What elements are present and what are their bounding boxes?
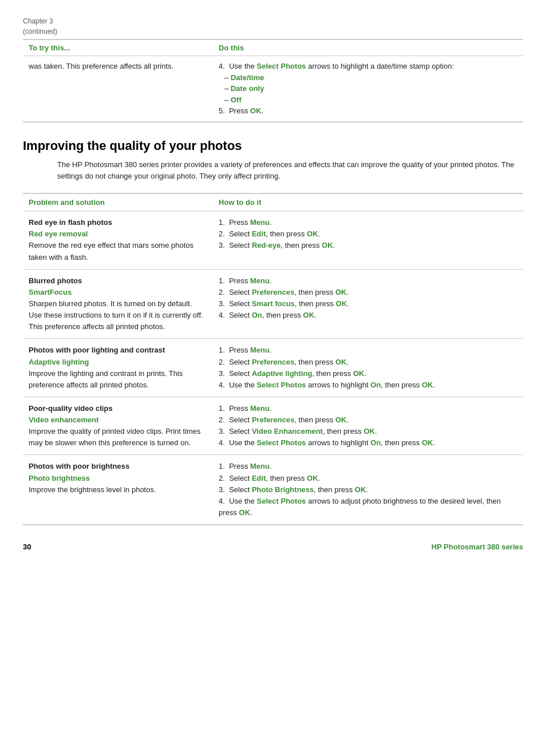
table-row: Blurred photos SmartFocus Sharpen blurre… (23, 269, 523, 339)
step-item: 3. Select Red-eye, then press OK. (219, 240, 517, 251)
problem-subtitle: Adaptive lighting (29, 357, 207, 368)
table-row: was taken. This preference affects all p… (23, 56, 523, 122)
datetime-option: Date/time (231, 73, 264, 82)
top-col2-header: Do this (213, 39, 523, 56)
problem-cell-redeye: Red eye in flash photos Red eye removal … (23, 211, 213, 270)
page-footer: 30 HP Photosmart 380 series (23, 543, 523, 551)
step-item: 2. Select Preferences, then press OK. (219, 414, 517, 426)
main-col1-header: Problem and solution (23, 193, 213, 211)
problem-desc: Improve the lighting and contrast in pri… (29, 368, 207, 391)
problem-title: Red eye in flash photos (29, 217, 207, 228)
ok-keyword: OK (250, 106, 262, 115)
problem-desc: Sharpen blurred photos. It is turned on … (29, 298, 207, 333)
problem-subtitle: SmartFocus (29, 287, 207, 298)
section-intro: The HP Photosmart 380 series printer pro… (23, 159, 523, 183)
table-row: Photos with poor lighting and contrast A… (23, 339, 523, 397)
list-item: Date only (224, 83, 517, 94)
main-table: Problem and solution How to do it Red ey… (23, 193, 523, 525)
main-col2-header: How to do it (213, 193, 523, 211)
continued-label: (continued) (23, 27, 523, 35)
step-item: 2. Select Preferences, then press OK. (219, 287, 517, 298)
problem-cell-video: Poor-quality video clips Video enhanceme… (23, 397, 213, 455)
step-item: 2. Select Edit, then press OK. (219, 228, 517, 240)
step-item: 3. Select Video Enhancement, then press … (219, 426, 517, 437)
problem-title: Poor-quality video clips (29, 403, 207, 414)
off-option: Off (231, 96, 242, 104)
howto-cell-lighting: 1. Press Menu. 2. Select Preferences, th… (213, 339, 523, 397)
problem-subtitle: Red eye removal (29, 228, 207, 240)
top-col2-cell: 4. Use the Select Photos arrows to highl… (213, 56, 523, 122)
section-title: Improving the quality of your photos (23, 138, 523, 153)
step-item: 1. Press Menu. (219, 217, 517, 228)
howto-cell-redeye: 1. Press Menu. 2. Select Edit, then pres… (213, 211, 523, 270)
list-item: Date/time (224, 72, 517, 84)
problem-desc: Improve the brightness level in photos. (29, 484, 207, 496)
problem-cell-brightness: Photos with poor brightness Photo bright… (23, 455, 213, 525)
step-item: 1. Press Menu. (219, 275, 517, 287)
howto-cell-blurred: 1. Press Menu. 2. Select Preferences, th… (213, 269, 523, 339)
step-item: 3. Select Smart focus, then press OK. (219, 298, 517, 310)
problem-title: Photos with poor brightness (29, 461, 207, 472)
step-item: 3. Select Adaptive lighting, then press … (219, 368, 517, 379)
step5-text: 5. Press OK. (219, 105, 517, 117)
options-list: Date/time Date only Off (219, 72, 517, 106)
problem-cell-lighting: Photos with poor lighting and contrast A… (23, 339, 213, 397)
howto-cell-brightness: 1. Press Menu. 2. Select Edit, then pres… (213, 455, 523, 525)
page-number: 30 (23, 543, 31, 551)
problem-desc: Remove the red eye effect that mars some… (29, 240, 207, 263)
step-item: 1. Press Menu. (219, 461, 517, 472)
brand-name: HP Photosmart 380 series (432, 543, 523, 551)
continued-table: To try this... Do this was taken. This p… (23, 39, 523, 122)
chapter-label: Chapter 3 (23, 17, 523, 25)
problem-subtitle: Photo brightness (29, 473, 207, 484)
step4-text: 4. Use the Select Photos arrows to highl… (219, 62, 454, 70)
table-row: Red eye in flash photos Red eye removal … (23, 211, 523, 270)
top-col1-header: To try this... (23, 39, 213, 56)
step-item: 1. Press Menu. (219, 403, 517, 414)
dateonly-option: Date only (231, 84, 264, 93)
step-item: 4. Select On, then press OK. (219, 310, 517, 321)
step-item: 4. Use the Select Photos arrows to highl… (219, 379, 517, 391)
step-item: 4. Use the Select Photos arrows to highl… (219, 437, 517, 449)
select-photos-link: Select Photos (257, 62, 306, 70)
problem-cell-blurred: Blurred photos SmartFocus Sharpen blurre… (23, 269, 213, 339)
step-item: 3. Select Photo Brightness, then press O… (219, 484, 517, 496)
step-item: 2. Select Preferences, then press OK. (219, 357, 517, 368)
table-row: Photos with poor brightness Photo bright… (23, 455, 523, 525)
table-row: Poor-quality video clips Video enhanceme… (23, 397, 523, 455)
top-col1-cell: was taken. This preference affects all p… (23, 56, 213, 122)
step-item: 2. Select Edit, then press OK. (219, 473, 517, 484)
problem-subtitle: Video enhancement (29, 414, 207, 426)
howto-cell-video: 1. Press Menu. 2. Select Preferences, th… (213, 397, 523, 455)
problem-title: Blurred photos (29, 275, 207, 287)
problem-title: Photos with poor lighting and contrast (29, 345, 207, 356)
problem-desc: Improve the quality of printed video cli… (29, 426, 207, 449)
step-item: 1. Press Menu. (219, 345, 517, 356)
list-item: Off (224, 94, 517, 106)
step-item: 4. Use the Select Photos arrows to adjus… (219, 496, 517, 518)
